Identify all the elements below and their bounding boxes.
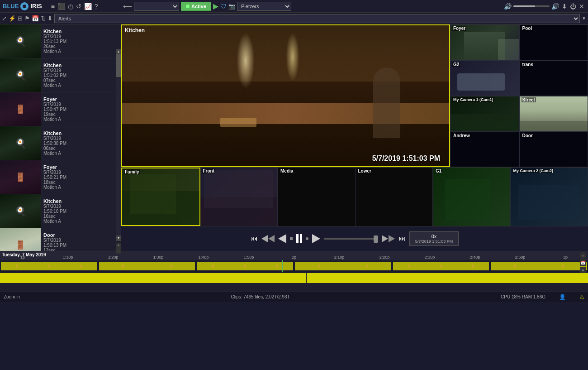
active-badge[interactable]: Active — [181, 2, 211, 11]
strip-cam-front[interactable]: Front — [200, 168, 278, 226]
camera-door[interactable]: Door — [519, 132, 588, 167]
camera-dropdown[interactable]: Pletzers — [237, 2, 291, 11]
zoom-out-button[interactable]: − — [116, 248, 121, 254]
timeline-controls: ○ 📅 ≡ — [580, 252, 586, 273]
close-icon[interactable]: ✕ — [579, 3, 584, 10]
playback-scrubber[interactable] — [324, 238, 378, 240]
alert-icon[interactable]: ⚠ — [579, 294, 584, 300]
alert-date: 5/7/2019 — [43, 68, 118, 73]
sort-icon[interactable]: ⇅ — [41, 15, 46, 22]
lightning-icon[interactable]: ⚡ — [9, 15, 16, 22]
fast-forward-end-button[interactable] — [382, 235, 395, 242]
alert-info: Kitchen 5/7/2019 1:50:16 PM 16sec Motion… — [41, 194, 121, 228]
alert-type: Motion A — [43, 83, 118, 88]
scroll-up-button[interactable]: ▲ — [116, 49, 121, 54]
list-item[interactable]: 🍳 Kitchen 5/7/2019 1:50:16 PM 16sec Moti… — [0, 194, 121, 228]
rewind-button[interactable] — [278, 234, 286, 243]
download-icon[interactable]: ⬇ — [562, 3, 567, 10]
alert-date: 5/7/2019 — [43, 102, 118, 107]
timeline-area[interactable]: Tuesday, 7 May 2019 1p 1:10p 1:20p 1:30p… — [0, 251, 588, 292]
fast-forward-button[interactable] — [312, 234, 320, 243]
rewind-fast-button[interactable] — [261, 235, 275, 242]
list-item[interactable]: 🍳 Kitchen 5/7/2019 1:51:02 PM 07sec Moti… — [0, 58, 121, 92]
list-item[interactable]: 🚪 Foyer 5/7/2019 1:50:21 PM 18sec Motion… — [0, 160, 121, 194]
timeline-list-button[interactable]: ≡ — [580, 267, 586, 273]
scroll-down-button[interactable]: ▼ — [116, 235, 121, 241]
zoom-in-button[interactable]: + — [116, 243, 121, 248]
camera-row-1: Foyer Pool — [450, 24, 588, 61]
camera-record-icon[interactable]: ⬛ — [57, 3, 65, 10]
alerts-chevron-icon[interactable]: ▼ — [582, 16, 586, 21]
timeline-ruler[interactable]: 1p 1:10p 1:20p 1:30p 1:40p 1:50p 2p 2:10… — [0, 251, 588, 260]
expand-icon[interactable]: ⤢ — [2, 15, 7, 22]
down-arrow-icon[interactable]: ⬇ — [47, 15, 52, 22]
list-item[interactable]: 🚪 Door 5/7/2019 1:50:13 PM 12sec Motion … — [0, 228, 121, 251]
user-icon[interactable]: 👤 — [559, 294, 566, 300]
volume-icon[interactable]: 🔊 — [504, 3, 512, 10]
alert-thumbnail: 🚪 — [0, 92, 41, 126]
camera-trans[interactable]: trans — [519, 61, 588, 96]
strip-cam-mycam2[interactable]: My Camera 2 (Cam2) — [511, 168, 588, 226]
timeline-zoom-bar[interactable] — [0, 273, 588, 283]
alerts-dropdown: Alerts ▼ — [54, 14, 586, 23]
flag-icon[interactable]: ⚑ — [24, 15, 30, 22]
schedule-dropdown[interactable] — [134, 2, 179, 11]
camera-mycam1[interactable]: My Camera 1 (Cam1) — [450, 96, 519, 131]
go-start-button[interactable]: ⏮ — [251, 235, 258, 243]
camera-icon: 📷 — [228, 3, 235, 10]
playback-controls: ⏮ — [121, 226, 588, 251]
alert-camera-name: Door — [43, 232, 118, 238]
main-video-player[interactable]: Kitchen 5/7/2019 1:51:03 PM — [121, 24, 450, 167]
camera-foyer[interactable]: Foyer — [450, 24, 519, 61]
calendar-icon[interactable]: 📅 — [32, 15, 39, 22]
status-bar: Zoom in Clips: 7465 files, 2.02T/2.93T C… — [0, 292, 588, 302]
pause-button[interactable] — [296, 234, 302, 243]
list-scrollbar: ▲ ▼ + − — [116, 49, 121, 254]
strip-cam-g1[interactable]: G1 — [433, 168, 511, 226]
list-item[interactable]: 🚪 Foyer 5/7/2019 1:50:47 PM 19sec Motion… — [0, 92, 121, 126]
alert-thumbnail: 🍳 — [0, 194, 41, 228]
alerts-select[interactable]: Alerts — [54, 14, 580, 23]
clock-icon[interactable]: ◷ — [68, 3, 73, 10]
play-button[interactable]: ▶ — [213, 2, 218, 10]
strip-cam-media[interactable]: Media — [278, 168, 356, 226]
pool-cam-label: Pool — [522, 26, 533, 31]
alert-thumbnail: 🚪 — [0, 228, 41, 251]
shield-icon[interactable]: 🛡 — [220, 3, 227, 10]
list-icon[interactable]: ≡ — [51, 3, 55, 10]
alert-time: 1:50:21 PM — [43, 175, 118, 180]
door-cam-label: Door — [522, 133, 534, 138]
back-icon[interactable]: ⟵ — [123, 3, 132, 10]
strip-cam-family[interactable]: Family — [121, 168, 200, 226]
camera-pool[interactable]: Pool — [519, 24, 588, 61]
grid-icon[interactable]: ⊞ — [18, 15, 23, 22]
camera-street[interactable]: Street — [519, 96, 588, 131]
main-content: 🍳 Kitchen 5/7/2019 1:51:13 PM 26sec Moti… — [0, 24, 588, 251]
logo-area: BLUE IRIS ≡ ⬛ ◷ ↺ 📈 ? — [0, 0, 121, 12]
alerts-list[interactable]: 🍳 Kitchen 5/7/2019 1:51:13 PM 26sec Moti… — [0, 24, 121, 251]
camera-g2[interactable]: G2 — [450, 61, 519, 96]
refresh-icon[interactable]: ↺ — [76, 3, 81, 10]
list-item[interactable]: 🍳 Kitchen 5/7/2019 1:50:38 PM 06sec Moti… — [0, 126, 121, 160]
right-camera-grid: Foyer Pool G2 trans — [450, 24, 588, 167]
second-toolbar: ⤢ ⚡ ⊞ ⚑ 📅 ⇅ ⬇ Alerts ▼ — [0, 13, 588, 24]
timeline-zoom-button[interactable]: ○ — [580, 252, 586, 259]
main-controls: ⟵ Active ▶ 🛡 📷 Pletzers — [121, 0, 500, 12]
power-icon[interactable]: ⏻ — [570, 3, 576, 10]
volume-up-icon[interactable]: 🔊 — [551, 3, 559, 10]
timeline-calendar-button[interactable]: 📅 — [580, 259, 586, 266]
chart-icon[interactable]: 📈 — [84, 3, 92, 10]
camera-andrew[interactable]: Andrew — [450, 132, 519, 167]
strip-cam-lower[interactable]: Lower — [356, 168, 433, 226]
volume-slider[interactable] — [513, 5, 550, 7]
g1-cam-label: G1 — [435, 168, 442, 173]
scroll-thumb[interactable] — [116, 54, 121, 77]
help-icon[interactable]: ? — [95, 3, 98, 10]
alert-date: 5/7/2019 — [43, 238, 118, 243]
timeline-cursor[interactable] — [282, 260, 283, 272]
top-toolbar: BLUE IRIS ≡ ⬛ ◷ ↺ 📈 ? ⟵ Active ▶ 🛡 📷 Ple… — [0, 0, 588, 13]
zoom-label: Zoom in — [4, 294, 20, 299]
list-item[interactable]: 🍳 Kitchen 5/7/2019 1:51:13 PM 26sec Moti… — [0, 24, 121, 58]
go-end-button[interactable]: ⏭ — [398, 235, 406, 243]
timeline-events[interactable]: ⚡⚡⚡ ⚡⚡ ⚡⚡⚡ ⚡⚡ ⚡⚡⚡ ⚡⚡ — [0, 260, 588, 272]
